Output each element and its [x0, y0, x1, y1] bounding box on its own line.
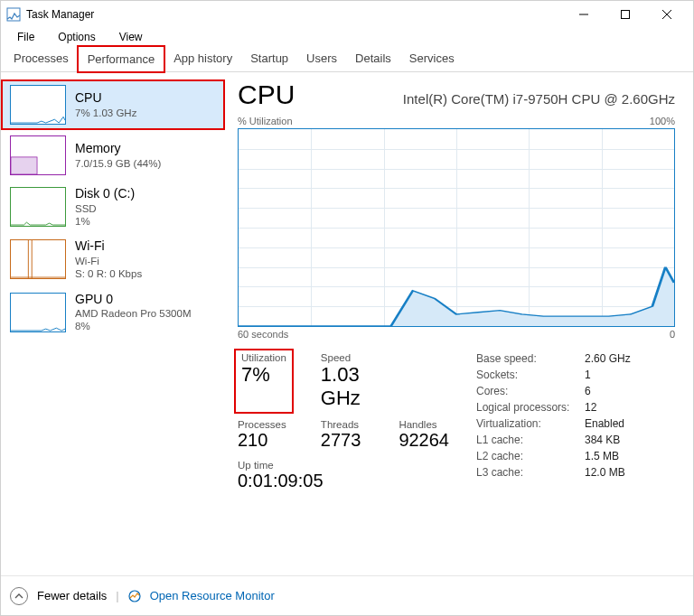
gpu-thumb-icon — [10, 293, 66, 332]
cpu-info-table: Base speed:2.60 GHz Sockets:1 Cores:6 Lo… — [476, 352, 675, 491]
sidebar-gpu-title: GPU 0 — [75, 292, 191, 308]
page-title: CPU — [238, 79, 295, 110]
window-title: Task Manager — [26, 8, 563, 21]
chart-ylabel: % Utilization — [238, 116, 293, 126]
tab-startup[interactable]: Startup — [241, 46, 297, 71]
stat-uptime: Up time 0:01:09:05 — [238, 460, 449, 491]
sidebar-memory-title: Memory — [75, 141, 161, 157]
stat-utilization: Utilization 7% — [238, 352, 290, 410]
task-manager-window: Task Manager File Options View Processes… — [0, 0, 694, 616]
sidebar-disk-sub2: 1% — [75, 215, 135, 228]
sidebar-item-gpu[interactable]: GPU 0 AMD Radeon Pro 5300M 8% — [1, 286, 225, 339]
cpu-utilization-chart — [238, 128, 675, 327]
sidebar-item-cpu[interactable]: CPU 7% 1.03 GHz — [1, 79, 225, 130]
stat-speed: Speed 1.03 GHz — [321, 352, 369, 410]
sidebar-disk-sub: SSD — [75, 202, 135, 215]
stat-handles: Handles 92264 — [399, 419, 449, 451]
sidebar-item-memory[interactable]: Memory 7.0/15.9 GB (44%) — [1, 130, 225, 181]
separator: | — [116, 589, 118, 602]
sidebar-memory-sub: 7.0/15.9 GB (44%) — [75, 157, 161, 170]
stat-processes: Processes 210 — [238, 419, 290, 451]
perf-sidebar: CPU 7% 1.03 GHz Memory 7.0/15.9 GB (44%) — [1, 72, 225, 575]
chart-ymax: 100% — [650, 116, 675, 126]
close-button[interactable] — [646, 1, 688, 28]
footer: Fewer details | Open Resource Monitor — [1, 575, 693, 615]
sidebar-wifi-sub: Wi-Fi — [75, 255, 142, 267]
resource-monitor-icon — [128, 590, 141, 602]
cpu-thumb-icon — [10, 85, 66, 125]
tab-app-history[interactable]: App history — [164, 46, 241, 71]
open-resource-monitor-link[interactable]: Open Resource Monitor — [150, 589, 275, 602]
menu-view[interactable]: View — [108, 29, 154, 45]
sidebar-cpu-sub: 7% 1.03 GHz — [75, 107, 136, 119]
fewer-details-toggle[interactable] — [10, 587, 28, 605]
stat-threads: Threads 2773 — [321, 419, 369, 451]
sidebar-wifi-title: Wi-Fi — [75, 238, 142, 255]
app-icon — [6, 7, 21, 22]
tab-details[interactable]: Details — [346, 46, 400, 71]
sidebar-cpu-title: CPU — [75, 90, 136, 107]
menubar: File Options View — [1, 28, 693, 46]
sidebar-gpu-sub: AMD Radeon Pro 5300M — [75, 307, 191, 320]
chart-xmin: 60 seconds — [238, 329, 288, 340]
minimize-button[interactable] — [563, 1, 605, 28]
wifi-thumb-icon — [10, 239, 66, 279]
svg-marker-8 — [239, 267, 674, 326]
sidebar-gpu-sub2: 8% — [75, 320, 191, 332]
svg-rect-5 — [11, 157, 37, 174]
svg-rect-2 — [622, 11, 630, 19]
chevron-up-icon — [14, 592, 23, 601]
sidebar-disk-title: Disk 0 (C:) — [75, 186, 135, 202]
menu-options[interactable]: Options — [47, 29, 106, 45]
cpu-name: Intel(R) Core(TM) i7-9750H CPU @ 2.60GHz — [403, 91, 675, 107]
sidebar-item-wifi[interactable]: Wi-Fi Wi-Fi S: 0 R: 0 Kbps — [1, 233, 225, 285]
tab-processes[interactable]: Processes — [5, 46, 78, 71]
tabs-row: Processes Performance App history Startu… — [1, 46, 693, 72]
memory-thumb-icon — [10, 135, 66, 175]
menu-file[interactable]: File — [6, 29, 45, 45]
sidebar-item-disk[interactable]: Disk 0 (C:) SSD 1% — [1, 181, 225, 233]
titlebar: Task Manager — [1, 1, 693, 28]
tab-performance[interactable]: Performance — [78, 46, 164, 72]
tab-users[interactable]: Users — [297, 46, 346, 71]
sidebar-wifi-sub2: S: 0 R: 0 Kbps — [75, 267, 142, 280]
tab-services[interactable]: Services — [400, 46, 464, 71]
disk-thumb-icon — [10, 187, 66, 227]
perf-main: CPU Intel(R) Core(TM) i7-9750H CPU @ 2.6… — [225, 72, 693, 575]
maximize-button[interactable] — [605, 1, 646, 28]
chart-xmax: 0 — [670, 329, 675, 340]
fewer-details-label[interactable]: Fewer details — [37, 589, 107, 602]
